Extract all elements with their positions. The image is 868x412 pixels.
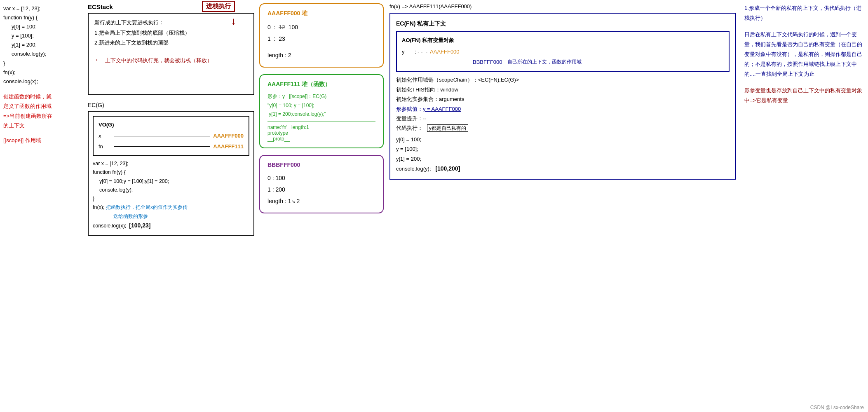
args-line: 初始化实参集合：arguments bbox=[396, 94, 730, 104]
ao-val-1: AAAFFF000 bbox=[430, 47, 460, 56]
formal-line: 形参赋值：y = AAAFFF000 bbox=[396, 104, 730, 114]
exec-result: [100,200] bbox=[435, 165, 460, 172]
heap-box-orange: AAAFFF000 堆 0 : 12 100 1 : 23 length : 2 bbox=[259, 3, 384, 68]
explain-para3: 形参变量也是存放到自己上下文中的私有变量对象中=>它是私有变量 bbox=[744, 86, 864, 105]
heap-fn-code1: "y[0] = 100; y = [100]; bbox=[267, 101, 375, 110]
code-line-6: console.log(y); bbox=[3, 49, 81, 59]
vo-row-x: x AAAFFF000 bbox=[99, 131, 244, 140]
vo-line-fn bbox=[114, 146, 210, 147]
ecg-code: var x = [12, 23]; function fn(y) { y[0] … bbox=[93, 159, 249, 231]
heap-title-orange: AAAFFF000 堆 bbox=[267, 10, 375, 17]
code-exec: 代码执行： y都是自己私有的 bbox=[396, 123, 730, 133]
explain-para2: 日后在私有上下文代码执行的时候，遇到一个变量，我们首先看是否为自己的私有变量（在… bbox=[744, 30, 864, 79]
bbb-row-1: 1 : 200 bbox=[267, 184, 375, 195]
code-line-8: fn(x); bbox=[3, 68, 81, 77]
vo-title: VO(G) bbox=[99, 120, 244, 129]
heap-fn-prototype: prototype bbox=[267, 130, 375, 136]
explain-panel: 1.形成一个全新的私有的上下文，供代码执行（进栈执行） 日后在私有上下文代码执行… bbox=[740, 0, 868, 412]
exec-line-1: y[0] = 100; bbox=[396, 135, 730, 144]
ao-key-y: y bbox=[402, 47, 412, 56]
vo-line-x bbox=[114, 136, 210, 136]
code-line-1: var x = [12, 23]; bbox=[3, 4, 81, 13]
vo-key-fn: fn bbox=[99, 142, 111, 151]
scope-label: [[scope]] 作用域 bbox=[3, 137, 41, 143]
heap-title-green: AAAFFF111 堆（函数） bbox=[267, 81, 375, 88]
var-lift: 变量提升：-- bbox=[396, 114, 730, 123]
ecstack-panel: ECStack 进栈执行 ↓ 新行成的上下文要进栈执行： 1.把全局上下文放到栈… bbox=[84, 0, 258, 412]
scope-chain: 初始化作用域链（scopeChain）：<EC(FN),EC(G)> bbox=[396, 75, 730, 84]
heap-panels: AAAFFF000 堆 0 : 12 100 1 : 23 length : 2… bbox=[258, 0, 385, 412]
ao-dashes: : - - - bbox=[415, 47, 427, 56]
code-line-5: y[1] = 200; bbox=[3, 40, 81, 49]
code-line-2: function fn(y) { bbox=[3, 13, 81, 22]
ecstack-box: 新行成的上下文要进栈执行： 1.把全局上下文放到栈的底部（压缩栈） 2.新进来的… bbox=[88, 13, 254, 95]
ecg-title: EC(G) bbox=[88, 102, 254, 108]
ao-title: AO(FN) 私有变量对象 bbox=[402, 35, 724, 45]
enter-stack-label: 进栈执行 bbox=[202, 1, 235, 12]
ao-row-y: y : - - - AAAFFF000 bbox=[402, 47, 724, 56]
ecg-box: VO(G) x AAAFFF000 fn AAAFFF111 var x = [… bbox=[88, 111, 254, 236]
heap-fn-divider bbox=[267, 122, 375, 122]
heap-title-purple: BBBFFF000 bbox=[267, 162, 375, 168]
arrow-down-icon: ↓ bbox=[231, 15, 236, 28]
note-1: 创建函数的时候，就 bbox=[3, 92, 81, 101]
vo-val-x: AAAFFF000 bbox=[213, 131, 244, 140]
scope-side-note: 自己所在的上下文，函数的作用域 bbox=[507, 58, 582, 67]
heap-fn-proto: __proto__ bbox=[267, 136, 375, 142]
ecg-section: EC(G) VO(G) x AAAFFF000 fn AAAFFF111 bbox=[88, 102, 254, 236]
fn-note2: 送给函数的形参 bbox=[113, 213, 148, 219]
code-line-3: y[0] = 100; bbox=[3, 22, 81, 31]
exec-line-4: console.log(y); [100,200] bbox=[396, 164, 730, 174]
heap-fn-code2: y[1] = 200;console.log(y);" bbox=[267, 110, 375, 119]
ecfn-title: EC(FN) 私有上下文 bbox=[396, 19, 730, 29]
vo-key-x: x bbox=[99, 131, 111, 140]
left-code-panel: var x = [12, 23]; function fn(y) { y[0] … bbox=[0, 0, 84, 412]
fn-note: 把函数执行，把全局x的值作为实参传 bbox=[106, 204, 188, 210]
note-4: 的上下文 bbox=[3, 121, 81, 130]
ecfn-panel: fn(x) => AAAFFF111(AAAFFF000) EC(FN) 私有上… bbox=[385, 0, 740, 412]
heap-row-0: 0 : 12 100 bbox=[267, 21, 375, 33]
watermark: CSDN @Lsx-codeShare bbox=[810, 405, 864, 410]
main-container: var x = [12, 23]; function fn(y) { y[0] … bbox=[0, 0, 868, 412]
code-line-9: console.log(x); bbox=[3, 77, 81, 86]
code-line-7: } bbox=[3, 59, 81, 68]
vo-val-fn: AAAFFF111 bbox=[213, 142, 244, 151]
ecg-result: [100,23] bbox=[129, 222, 150, 229]
heap-fn-name: name:'fn' length:1 bbox=[267, 124, 375, 130]
exec-line-3: y[1] = 200; bbox=[396, 154, 730, 164]
heap-row-length: length : 2 bbox=[267, 49, 375, 61]
note-3: =>当前创建函数所在 bbox=[3, 111, 81, 121]
bbb-row-length: length : 1↘ 2 bbox=[267, 195, 375, 207]
heap-fn-formal: 形参：y [[scope]]：EC(G) bbox=[267, 92, 375, 101]
ecfn-box: EC(FN) 私有上下文 AO(FN) 私有变量对象 y : - - - AAA… bbox=[389, 13, 736, 180]
note-2: 定义了函数的作用域 bbox=[3, 101, 81, 111]
ao-val-2: BBBFFF000 bbox=[473, 57, 502, 67]
heap-row-1: 1 : 23 bbox=[267, 33, 375, 44]
explain-para1: 1.形成一个全新的私有的上下文，供代码执行（进栈执行） bbox=[744, 3, 864, 23]
ecstack-exit: ← 上下文中的代码执行完，就会被出栈（释放） bbox=[94, 56, 248, 64]
fn-header: fn(x) => AAAFFF111(AAAFFF000) bbox=[389, 3, 736, 9]
heap-box-green: AAAFFF111 堆（函数） 形参：y [[scope]]：EC(G) "y[… bbox=[259, 74, 384, 148]
this-line: 初始化THIS指向：window bbox=[396, 85, 730, 94]
code-line-4: y = [100]; bbox=[3, 31, 81, 40]
exec-line-2: y = [100]; bbox=[396, 144, 730, 154]
vo-row-fn: fn AAAFFF111 bbox=[99, 142, 244, 151]
ao-box: AO(FN) 私有变量对象 y : - - - AAAFFF000 BBBFFF… bbox=[396, 31, 730, 72]
vo-box: VO(G) x AAAFFF000 fn AAAFFF111 bbox=[93, 116, 249, 156]
box-label: y都是自己私有的 bbox=[427, 124, 468, 132]
ecstack-desc: 新行成的上下文要进栈执行： 1.把全局上下文放到栈的底部（压缩栈） 2.新进来的… bbox=[94, 18, 248, 48]
heap-box-purple: BBBFFF000 0 : 100 1 : 200 length : 1↘ 2 bbox=[259, 155, 384, 213]
formal-val: y = AAAFFF000 bbox=[423, 106, 461, 112]
bbb-row-0: 0 : 100 bbox=[267, 172, 375, 184]
